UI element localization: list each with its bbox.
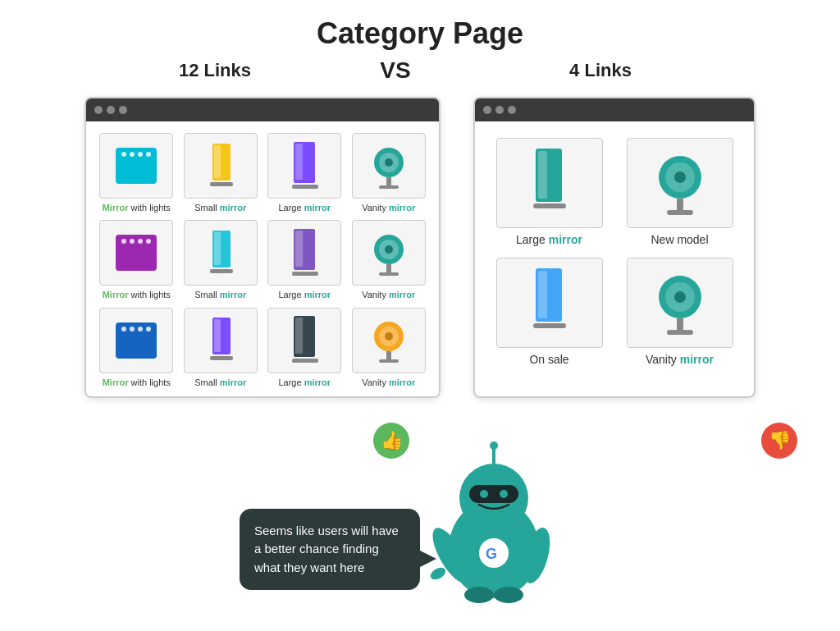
product-thumb: [267, 133, 341, 199]
list-item[interactable]: Vanity mirror: [349, 308, 430, 388]
svg-rect-46: [379, 359, 399, 363]
svg-rect-10: [292, 185, 318, 189]
list-item[interactable]: On sale: [490, 258, 609, 366]
svg-point-77: [490, 441, 498, 450]
product-label: Small mirror: [194, 202, 246, 213]
product-thumb: [352, 133, 426, 199]
svg-rect-57: [538, 271, 547, 318]
product-thumb: [99, 308, 173, 373]
list-item[interactable]: Large mirror: [264, 308, 345, 388]
svg-point-47: [385, 332, 393, 341]
list-item[interactable]: New model: [620, 138, 739, 246]
product-label-large: On sale: [529, 353, 568, 366]
product-grid-12: Mirror with lights Small mirror: [96, 133, 429, 388]
svg-point-3: [138, 152, 143, 157]
svg-rect-50: [533, 203, 566, 208]
list-item[interactable]: Small mirror: [180, 133, 262, 213]
product-thumb: [184, 133, 258, 199]
list-item[interactable]: Mirror with lights: [96, 220, 177, 300]
product-label-large: Vanity mirror: [646, 353, 714, 366]
svg-rect-6: [214, 145, 221, 178]
svg-point-31: [385, 245, 393, 254]
svg-point-67: [480, 490, 488, 498]
product-label: Mirror with lights: [103, 202, 171, 213]
svg-rect-13: [386, 177, 391, 185]
svg-rect-29: [386, 264, 391, 272]
svg-rect-25: [295, 231, 303, 267]
list-item[interactable]: Large mirror: [264, 220, 345, 300]
left-titlebar: [86, 98, 439, 121]
svg-rect-23: [210, 269, 233, 273]
svg-point-34: [130, 327, 135, 332]
panels-row: Mirror with lights Small mirror: [0, 97, 840, 398]
svg-point-17: [121, 239, 126, 244]
svg-rect-66: [469, 485, 518, 503]
product-label: Small mirror: [194, 377, 246, 388]
svg-rect-61: [677, 318, 683, 330]
product-grid-4: Large mirror New model: [490, 138, 739, 366]
product-thumb: [184, 308, 258, 373]
svg-rect-42: [292, 359, 318, 363]
product-thumb: [99, 220, 173, 286]
list-item[interactable]: Vanity mirror: [349, 220, 430, 300]
list-item[interactable]: Large mirror: [490, 138, 609, 246]
subtitle-left: 12 Links: [100, 60, 330, 81]
dot-4: [483, 106, 491, 114]
product-label: Vanity mirror: [362, 377, 415, 388]
svg-rect-62: [667, 330, 693, 335]
list-item[interactable]: Vanity mirror: [620, 258, 739, 366]
list-item[interactable]: Mirror with lights: [96, 133, 177, 213]
product-label-large: Large mirror: [516, 233, 582, 246]
svg-rect-14: [379, 185, 399, 189]
right-panel: Large mirror New model: [473, 97, 756, 398]
list-item[interactable]: Vanity mirror: [349, 133, 430, 213]
list-item[interactable]: Mirror with lights: [96, 308, 177, 388]
product-label: Large mirror: [278, 377, 331, 388]
svg-point-70: [428, 565, 447, 582]
svg-rect-49: [538, 151, 547, 199]
svg-rect-45: [386, 351, 391, 359]
svg-text:G: G: [486, 546, 497, 562]
dot-2: [107, 106, 115, 114]
dot-3: [119, 106, 127, 114]
svg-point-20: [146, 239, 151, 244]
dot-5: [495, 106, 504, 114]
svg-point-75: [494, 587, 523, 603]
list-item[interactable]: Small mirror: [180, 308, 262, 388]
product-thumb: [99, 133, 173, 199]
product-label: Mirror with lights: [103, 377, 171, 388]
right-titlebar: [475, 98, 754, 121]
vs-label: VS: [330, 57, 461, 84]
list-item[interactable]: Large mirror: [264, 133, 345, 213]
svg-point-33: [121, 327, 126, 332]
speech-bubble: Seems like users will have a better chan…: [240, 509, 420, 591]
robot-character: G: [420, 434, 568, 615]
svg-point-63: [674, 291, 686, 303]
product-thumb: [267, 220, 341, 286]
product-label: Large mirror: [278, 202, 331, 213]
subtitle-row: 12 Links VS 4 Links: [0, 57, 840, 84]
product-label: Vanity mirror: [362, 289, 415, 300]
svg-point-19: [138, 239, 143, 244]
svg-point-35: [138, 327, 143, 332]
svg-rect-53: [677, 199, 683, 210]
svg-rect-41: [295, 318, 303, 354]
product-thumb-large: [627, 258, 733, 348]
list-item[interactable]: Small mirror: [180, 220, 262, 300]
svg-point-68: [500, 490, 508, 498]
svg-point-74: [464, 587, 494, 603]
product-label-large: New model: [651, 233, 708, 246]
thumbs-up-badge: 👍: [373, 423, 409, 459]
svg-point-2: [130, 152, 135, 157]
svg-point-15: [385, 158, 393, 167]
product-thumb-large: [627, 138, 733, 228]
left-panel: Mirror with lights Small mirror: [84, 97, 441, 398]
svg-rect-30: [379, 272, 399, 276]
product-label: Small mirror: [194, 289, 246, 300]
thumbs-down-badge: 👎: [761, 423, 797, 459]
svg-point-55: [674, 171, 686, 183]
svg-rect-22: [214, 232, 221, 265]
product-label: Vanity mirror: [362, 202, 415, 213]
product-thumb: [352, 220, 426, 286]
product-label: Large mirror: [278, 289, 331, 300]
